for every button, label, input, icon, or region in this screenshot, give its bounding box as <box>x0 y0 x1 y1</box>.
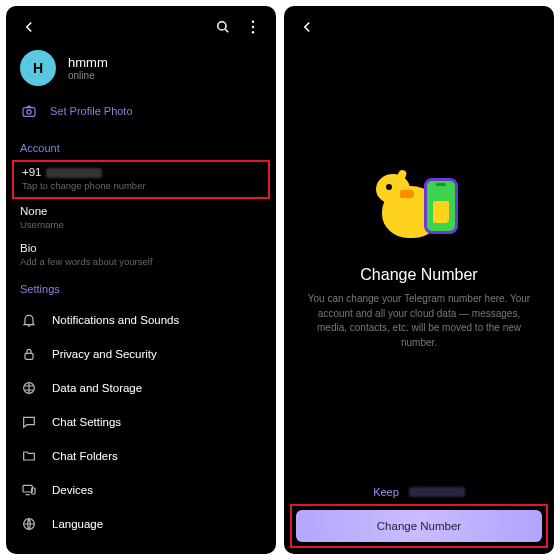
phone-sub: Tap to change phone number <box>22 180 260 191</box>
settings-item-privacy[interactable]: Privacy and Security <box>6 337 276 371</box>
username-value: None <box>20 205 262 217</box>
topbar <box>284 6 554 44</box>
settings-label-text: Devices <box>52 484 93 496</box>
globe-icon <box>20 515 38 533</box>
back-icon[interactable] <box>296 16 318 38</box>
lock-icon <box>20 345 38 363</box>
bio-value: Bio <box>20 242 262 254</box>
change-number-content: Change Number You can change your Telegr… <box>284 44 554 478</box>
duck-phone-illustration <box>374 172 464 248</box>
keep-label: Keep <box>373 486 399 498</box>
svg-point-2 <box>252 26 254 28</box>
camera-icon <box>20 102 38 120</box>
settings-label-text: Privacy and Security <box>52 348 157 360</box>
settings-screen: H hmmm online Set Profile Photo Account … <box>6 6 276 554</box>
svg-point-5 <box>27 110 31 114</box>
set-profile-photo[interactable]: Set Profile Photo <box>6 96 276 134</box>
settings-list: Notifications and Sounds Privacy and Sec… <box>6 301 276 541</box>
topbar <box>6 6 276 44</box>
change-number-desc: You can change your Telegram number here… <box>304 292 534 350</box>
chat-icon <box>20 413 38 431</box>
profile-status: online <box>68 70 108 81</box>
folder-icon <box>20 447 38 465</box>
avatar[interactable]: H <box>20 50 56 86</box>
settings-item-chat[interactable]: Chat Settings <box>6 405 276 439</box>
profile-name: hmmm <box>68 55 108 70</box>
data-icon <box>20 379 38 397</box>
settings-item-devices[interactable]: Devices <box>6 473 276 507</box>
change-number-button-wrap: Change Number <box>290 504 548 548</box>
svg-rect-8 <box>23 485 32 492</box>
phone-number-row[interactable]: +91 Tap to change phone number <box>12 160 270 199</box>
more-icon[interactable] <box>242 16 264 38</box>
username-sub: Username <box>20 219 262 230</box>
set-profile-photo-label: Set Profile Photo <box>50 105 133 117</box>
profile-header: H hmmm online <box>6 44 276 96</box>
svg-point-0 <box>218 22 226 30</box>
settings-item-folders[interactable]: Chat Folders <box>6 439 276 473</box>
settings-label-text: Chat Folders <box>52 450 118 462</box>
phone-prefix: +91 <box>22 166 42 178</box>
settings-section-label: Settings <box>6 275 276 301</box>
svg-rect-6 <box>25 353 33 359</box>
svg-point-1 <box>252 21 254 23</box>
keep-number-link[interactable]: Keep <box>284 478 554 504</box>
change-number-screen: Change Number You can change your Telegr… <box>284 6 554 554</box>
keep-redacted <box>409 487 465 497</box>
settings-label-text: Notifications and Sounds <box>52 314 179 326</box>
settings-label-text: Chat Settings <box>52 416 121 428</box>
back-icon[interactable] <box>18 16 40 38</box>
settings-item-language[interactable]: Language <box>6 507 276 541</box>
change-number-button[interactable]: Change Number <box>296 510 542 542</box>
phone-redacted <box>46 168 102 178</box>
bell-icon <box>20 311 38 329</box>
svg-point-3 <box>252 31 254 33</box>
settings-label-text: Language <box>52 518 103 530</box>
settings-item-data[interactable]: Data and Storage <box>6 371 276 405</box>
change-number-title: Change Number <box>360 266 477 284</box>
bio-row[interactable]: Bio Add a few words about yourself <box>6 238 276 275</box>
svg-rect-9 <box>32 488 35 494</box>
svg-rect-4 <box>23 108 35 117</box>
settings-label-text: Data and Storage <box>52 382 142 394</box>
devices-icon <box>20 481 38 499</box>
settings-item-notifications[interactable]: Notifications and Sounds <box>6 303 276 337</box>
account-section-label: Account <box>6 134 276 160</box>
username-row[interactable]: None Username <box>6 201 276 238</box>
bio-sub: Add a few words about yourself <box>20 256 262 267</box>
search-icon[interactable] <box>212 16 234 38</box>
